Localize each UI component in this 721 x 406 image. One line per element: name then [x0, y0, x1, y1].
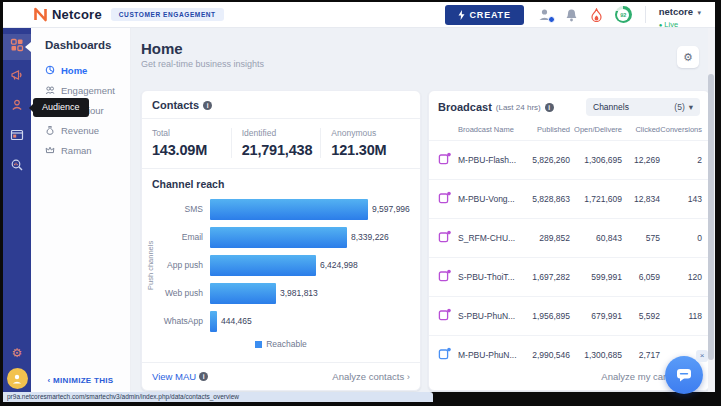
- cell-name: S-PBU-ThoiT...: [458, 272, 522, 282]
- top-bar: Netcore CUSTOMER ENGAGEMENT CREATE: [3, 2, 715, 28]
- scrollbar-thumb[interactable]: [708, 74, 714, 360]
- channels-count: (5): [674, 102, 684, 112]
- bar-track: 9,597,996: [210, 199, 410, 220]
- main-content: Home Get real-time business insights ⚙ C…: [131, 28, 715, 392]
- create-label: CREATE: [470, 10, 511, 20]
- bar: [210, 227, 347, 248]
- cell-clicked: 5,592: [622, 311, 660, 321]
- cell-conversions: 2: [660, 155, 702, 165]
- usage-meter[interactable]: 92: [615, 6, 632, 23]
- table-row[interactable]: M-PBU-Vong...5,828,8631,721,60912,834143: [429, 179, 709, 218]
- bar-track: 3,981,813: [210, 283, 410, 304]
- cell-conversions: 120: [660, 272, 702, 282]
- table-row[interactable]: M-PBU-Flash...5,826,2601,306,69512,2692: [429, 140, 709, 179]
- cell-open_delivered: 60,843: [570, 233, 622, 243]
- rail-item-megaphone[interactable]: [3, 64, 31, 90]
- mobile-push-icon: [438, 307, 458, 325]
- rail-items: [3, 34, 31, 184]
- chart-title: Channel reach: [142, 169, 420, 192]
- bell-icon: [565, 8, 578, 22]
- profile-avatar[interactable]: [7, 368, 28, 389]
- account-menu[interactable]: netcore ▾ ●Live: [659, 2, 701, 29]
- sidebar-item-raman[interactable]: Raman: [31, 140, 130, 160]
- cell-clicked: 12,269: [622, 155, 660, 165]
- page-title: Home: [131, 28, 715, 57]
- cell-open_delivered: 1,300,685: [570, 350, 622, 360]
- cell-published: 1,697,282: [522, 272, 570, 282]
- page-subtitle: Get real-time business insights: [131, 57, 715, 69]
- chat-widget: ×: [663, 350, 709, 396]
- table-row[interactable]: S-PBU-ThoiT...1,697,282599,9916,059120: [429, 257, 709, 296]
- brand-name: Netcore: [52, 7, 102, 22]
- user-badge: [548, 16, 555, 23]
- chart-bar-row: WhatsApp444,465: [158, 307, 410, 335]
- contacts-stats: Total143.09MIdentified21,791,438Anonymou…: [142, 119, 420, 169]
- dashboard-settings-button[interactable]: ⚙: [677, 46, 699, 68]
- sidebar-item-home[interactable]: Home: [31, 60, 130, 80]
- stat-identified: Identified21,791,438: [231, 128, 321, 158]
- bar-value-label: 9,597,996: [372, 204, 410, 214]
- user-menu-button[interactable]: [537, 7, 552, 22]
- info-icon: i: [199, 372, 208, 381]
- cell-clicked: 2,717: [622, 350, 660, 360]
- mobile-push-icon: [438, 190, 458, 208]
- mobile-push-icon: [438, 151, 458, 169]
- netcore-logo[interactable]: Netcore: [33, 7, 102, 22]
- cell-name: M-PBU-Flash...: [458, 155, 522, 165]
- broadcast-title: Broadcast: [438, 101, 492, 113]
- money-bag-icon: [45, 125, 55, 135]
- channels-dropdown[interactable]: Channels (5) ▾: [586, 98, 700, 116]
- app-window: Netcore CUSTOMER ENGAGEMENT CREATE: [3, 2, 715, 392]
- active-rail-pointer: [25, 42, 31, 52]
- search-analytics-icon: [10, 158, 24, 176]
- stat-label: Anonymous: [331, 128, 410, 138]
- mobile-push-icon: [438, 346, 458, 364]
- topbar-actions: CREATE 92 netcore: [445, 2, 715, 29]
- column-header: Broadcast Name: [458, 125, 522, 134]
- rail-item-web-pages[interactable]: [3, 124, 31, 150]
- settings-gear-icon[interactable]: ⚙: [12, 346, 23, 360]
- minimize-panel-button[interactable]: ‹ MINIMIZE THIS: [31, 376, 130, 385]
- cell-clicked: 6,059: [622, 272, 660, 282]
- chart-bar-row: App push6,424,998: [158, 251, 410, 279]
- rail-item-search-analytics[interactable]: [3, 154, 31, 180]
- table-row[interactable]: S_RFM-CHU...289,85260,8435750: [429, 218, 709, 257]
- cell-open_delivered: 679,991: [570, 311, 622, 321]
- info-icon[interactable]: i: [545, 103, 554, 112]
- dashboards-panel: Dashboards HomeEngagementBehaviourRevenu…: [31, 28, 131, 392]
- bar-category-label: Web push: [158, 288, 210, 298]
- sidebar-item-engagement[interactable]: Engagement: [31, 80, 130, 100]
- sidebar-item-revenue[interactable]: Revenue: [31, 120, 130, 140]
- analyze-contacts-link[interactable]: Analyze contacts ›: [332, 371, 410, 382]
- dashboard-grid-icon: [10, 38, 24, 56]
- rail-item-audience[interactable]: [3, 94, 31, 120]
- create-button[interactable]: CREATE: [445, 5, 524, 25]
- stat-total: Total143.09M: [152, 128, 231, 158]
- bar-value-label: 3,981,813: [280, 288, 318, 298]
- stat-value: 121.30M: [331, 142, 410, 158]
- audience-icon: [10, 98, 24, 116]
- avatar-person-icon: [11, 373, 23, 385]
- sidebar-item-label: Revenue: [61, 125, 99, 136]
- bar-value-label: 6,424,998: [320, 260, 358, 270]
- cell-name: M-PBU-Vong...: [458, 194, 522, 204]
- cell-published: 5,826,260: [522, 155, 570, 165]
- notifications-button[interactable]: [565, 8, 578, 22]
- bar-track: 444,465: [210, 311, 410, 332]
- account-status: Live: [664, 20, 678, 29]
- cell-conversions: 118: [660, 311, 702, 321]
- info-icon[interactable]: i: [203, 101, 212, 110]
- pie-chart-icon: [45, 65, 55, 75]
- table-row[interactable]: S-PBU-PhuN...1,956,895679,9915,592118: [429, 296, 709, 335]
- cell-name: M-PBU-PhuN...: [458, 350, 522, 360]
- bar-value-label: 8,339,226: [351, 232, 389, 242]
- view-mau-label: View MAU: [152, 371, 196, 382]
- chat-close-button[interactable]: ×: [696, 350, 708, 362]
- whats-new-button[interactable]: [591, 8, 602, 22]
- status-url: pr9a.netcoresmartech.com/smartechv3/admi…: [3, 392, 433, 402]
- cell-open_delivered: 1,306,695: [570, 155, 622, 165]
- nav-rail: ⚙: [3, 28, 31, 392]
- broadcast-table-body: M-PBU-Flash...5,826,2601,306,69512,2692M…: [429, 140, 709, 374]
- chart-y-axis-label: Push channels: [146, 195, 158, 335]
- view-mau-link[interactable]: View MAU i: [152, 371, 208, 382]
